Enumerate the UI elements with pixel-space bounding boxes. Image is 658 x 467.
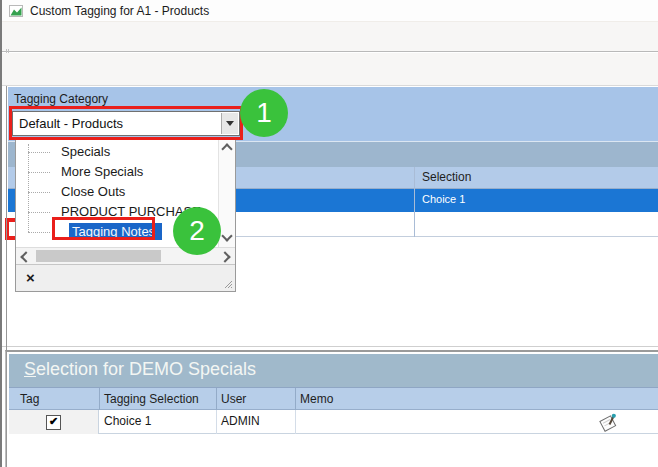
cell-tagging-selection: Choice 1: [104, 414, 151, 428]
cell-divider: [216, 410, 217, 434]
clear-selection-button[interactable]: ×: [26, 269, 35, 286]
column-divider: [414, 167, 415, 237]
tag-cell: ✔: [9, 410, 99, 434]
window-title: Custom Tagging for A1 - Products: [30, 4, 209, 18]
scroll-up-icon[interactable]: [221, 143, 232, 154]
title-mnemonic: S: [24, 359, 36, 379]
selection-panel: Selection for DEMO Specials Tag Tagging …: [5, 350, 658, 467]
annotation-highlight-combobox: [9, 106, 243, 140]
selection-table-row[interactable]: ✔ Choice 1 ADMIN: [9, 410, 658, 434]
annotation-step-1-badge: 1: [240, 89, 288, 137]
scroll-right-icon[interactable]: [219, 251, 230, 262]
panel-separator: [2, 346, 658, 347]
app-window: Custom Tagging for A1 - Products Menu i …: [0, 0, 658, 467]
cell-selection: Choice 1: [422, 193, 465, 205]
annotation-step-2-badge: 2: [173, 207, 221, 255]
scroll-down-icon[interactable]: [221, 230, 232, 241]
app-chart-icon: [9, 4, 23, 18]
dropdown-item-more-specials[interactable]: More Specials: [16, 162, 216, 182]
column-header-tag: Tag: [20, 392, 39, 406]
column-header-tagging-selection: Tagging Selection: [104, 392, 199, 406]
popup-footer: ×: [16, 264, 235, 291]
column-divider[interactable]: [295, 388, 296, 410]
selection-table-header: Tag Tagging Selection User Memo: [9, 387, 658, 410]
scrollbar-thumb[interactable]: [36, 250, 161, 262]
column-header-selection: Selection: [422, 170, 471, 184]
title-bar: Custom Tagging for A1 - Products: [2, 0, 658, 22]
annotation-highlight-tagging-notes: [52, 217, 155, 240]
cell-user: ADMIN: [221, 414, 260, 428]
column-divider[interactable]: [216, 388, 217, 410]
column-divider[interactable]: [99, 388, 100, 410]
dropdown-item-close-outs[interactable]: Close Outs: [16, 182, 216, 202]
dropdown-item-specials[interactable]: Specials: [16, 142, 216, 162]
tag-checkbox[interactable]: ✔: [46, 415, 61, 430]
cell-divider: [295, 410, 296, 434]
scroll-left-icon[interactable]: [20, 251, 31, 262]
menu-bar: Menu: [2, 22, 658, 52]
selection-panel-header: Selection for DEMO Specials: [9, 354, 658, 387]
resize-grip-icon[interactable]: [222, 278, 233, 289]
content-left-border: [6, 86, 7, 467]
column-header-memo: Memo: [300, 392, 333, 406]
tagging-category-label: Tagging Category: [14, 92, 108, 106]
memo-note-icon[interactable]: [599, 412, 618, 432]
column-header-user: User: [221, 392, 246, 406]
selection-panel-title: Selection for DEMO Specials: [24, 359, 256, 380]
toolbar: i ✕: [2, 53, 658, 86]
title-rest: election for DEMO Specials: [36, 359, 256, 379]
